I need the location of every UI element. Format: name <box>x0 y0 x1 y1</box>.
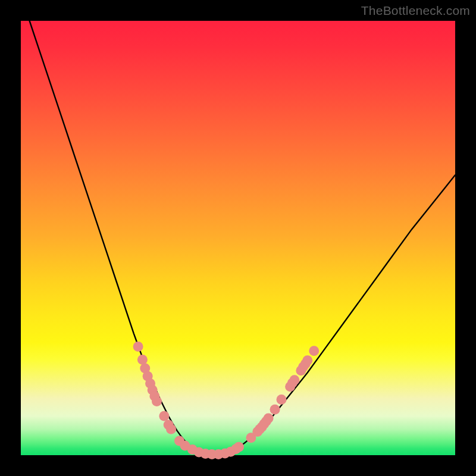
plot-area <box>21 21 455 455</box>
bottleneck-curve <box>30 21 455 455</box>
watermark-text: TheBottleneck.com <box>361 4 470 18</box>
curve-svg <box>21 21 455 455</box>
marker-point <box>133 342 143 352</box>
marker-point <box>159 411 169 421</box>
markers-group <box>133 342 320 459</box>
marker-point <box>270 405 280 415</box>
marker-point <box>309 346 319 356</box>
marker-point <box>234 442 244 452</box>
marker-point <box>277 394 287 405</box>
chart-frame: TheBottleneck.com <box>0 0 476 476</box>
marker-point <box>152 396 162 406</box>
marker-point <box>302 355 312 365</box>
marker-point <box>264 413 274 423</box>
marker-point <box>137 355 148 365</box>
marker-point <box>166 424 176 434</box>
marker-point <box>289 375 299 385</box>
